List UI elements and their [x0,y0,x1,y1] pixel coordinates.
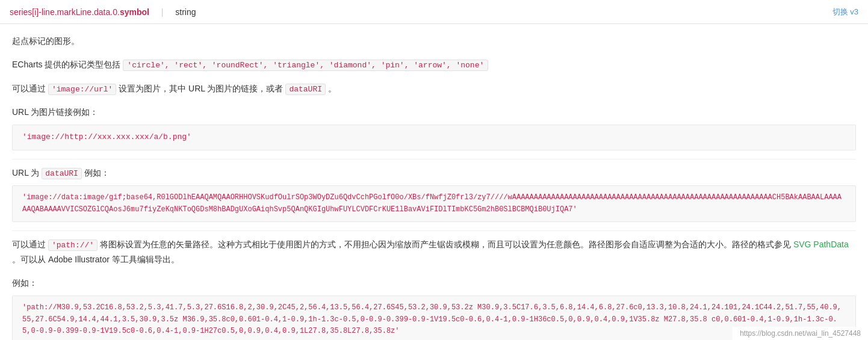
image-set-text3: 。 [328,84,336,93]
path-example-code: 'path://M30.9,53.2C16.8,53.2,5.3,41.7,5.… [12,295,856,340]
svg-pathdata-link[interactable]: SVG PathData [793,240,849,249]
image-set-text1: 可以通过 [12,84,46,93]
datauri-label-text1: URL 为 [12,168,39,178]
footer-text: https://blog.csdn.net/wai_lin_4527448 [740,329,861,338]
intro-paragraph: 起点标记的图形。 [12,34,856,49]
separator-2 [12,230,856,231]
type-label: string [175,7,196,17]
header-bar: series[i]-line.markLine.data.0.symbol | … [0,0,868,24]
header-divider: | [161,7,164,17]
image-set-text2: 设置为图片，其中 URL 为图片的链接，或者 [119,84,283,93]
datauri-label-text2: 例如： [84,168,110,178]
path-code: 'path://' [48,240,98,251]
image-url-code: 'image://url' [48,84,116,95]
marker-types: 'circle', 'rect', 'roundRect', 'triangle… [123,60,488,71]
bold-symbol: symbol [120,7,149,17]
echarts-types-paragraph: ECharts 提供的标记类型包括 'circle', 'rect', 'rou… [12,57,856,72]
echarts-label: ECharts 提供的标记类型包括 [12,60,120,69]
datauri-inline-code: dataURI [42,168,82,179]
path-intro-text2: 将图标设置为任意的矢量路径。这种方式相比于使用图片的方式，不用担心因为缩放而产生… [100,240,791,249]
footer-bar: https://blog.csdn.net/wai_lin_4527448 [733,327,868,340]
example-label: 例如： [12,276,856,291]
header-title: series[i]-line.markLine.data.0.symbol | … [10,7,196,17]
long-code-block: 'image://data:image/gif;base64,R0lGODlhE… [12,185,856,221]
intro-text: 起点标记的图形。 [12,36,79,46]
path-intro-text3: 。可以从 Adobe Illustrator 等工具编辑导出。 [12,255,179,264]
content-area: 起点标记的图形。 ECharts 提供的标记类型包括 'circle', 're… [0,24,868,340]
key-path-prefix: series[i]-line.markLine.data.0. [10,7,120,17]
data-uri-code: dataURI [285,84,326,95]
datauri-label: URL 为 dataURI 例如： [12,165,856,181]
path-intro-text1: 可以通过 [12,240,46,249]
url-example-code: 'image://http://xxx.xxx.xxx/a/b.png' [12,125,856,150]
switch-button[interactable]: 切换 v3 [832,7,858,17]
separator-1 [12,159,856,159]
image-set-paragraph: 可以通过 'image://url' 设置为图片，其中 URL 为图片的链接，或… [12,81,856,96]
url-label: URL 为图片链接例如： [12,105,856,120]
path-intro-paragraph: 可以通过 'path://' 将图标设置为任意的矢量路径。这种方式相比于使用图片… [12,237,856,268]
